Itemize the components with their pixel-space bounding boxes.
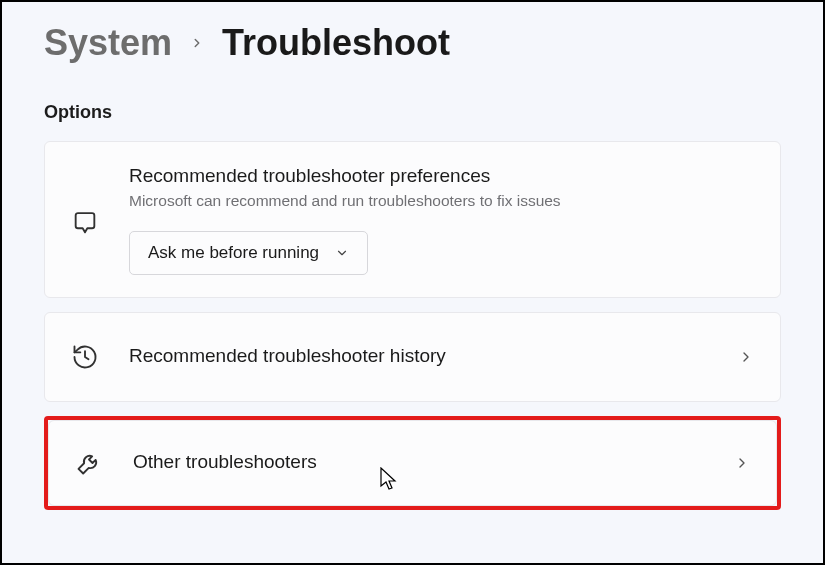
breadcrumb-parent[interactable]: System [44,22,172,64]
chat-icon [71,209,99,237]
dropdown-value: Ask me before running [148,243,319,263]
history-icon [71,343,99,371]
chevron-right-icon [738,349,754,365]
highlight-annotation: Other troubleshooters [44,416,781,510]
pref-title: Recommended troubleshooter preferences [129,164,754,189]
wrench-icon [75,449,103,477]
section-heading-options: Options [44,102,781,123]
pref-dropdown[interactable]: Ask me before running [129,231,368,275]
breadcrumb-current: Troubleshoot [222,22,450,64]
troubleshooter-preferences-card: Recommended troubleshooter preferences M… [44,141,781,298]
breadcrumb: System Troubleshoot [44,22,781,64]
troubleshooter-history-row[interactable]: Recommended troubleshooter history [44,312,781,402]
other-label: Other troubleshooters [133,450,704,475]
other-troubleshooters-row[interactable]: Other troubleshooters [48,420,777,506]
pref-subtitle: Microsoft can recommend and run troubles… [129,191,754,211]
chevron-right-icon [190,36,204,50]
chevron-down-icon [335,246,349,260]
chevron-right-icon [734,455,750,471]
history-label: Recommended troubleshooter history [129,344,708,369]
card-body: Recommended troubleshooter preferences M… [129,164,754,275]
